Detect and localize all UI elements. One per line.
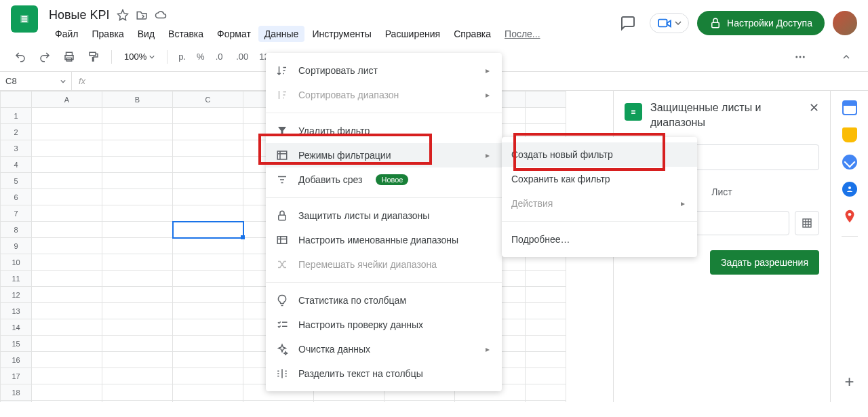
currency-button[interactable]: р. — [176, 52, 189, 62]
cell[interactable] — [102, 238, 173, 254]
cell[interactable] — [102, 157, 173, 173]
collapse-toolbar-icon[interactable] — [835, 46, 857, 68]
cell[interactable] — [102, 254, 173, 271]
cell[interactable] — [173, 108, 243, 124]
cell[interactable] — [102, 384, 173, 401]
cell[interactable] — [102, 352, 173, 368]
cell[interactable] — [173, 173, 243, 189]
print-button[interactable] — [60, 47, 79, 66]
select-all-cell[interactable] — [1, 92, 32, 108]
keep-icon[interactable] — [842, 127, 857, 142]
menu-view[interactable]: Вид — [132, 26, 161, 42]
cell[interactable] — [173, 319, 243, 336]
redo-button[interactable] — [35, 47, 54, 66]
cell[interactable] — [32, 238, 102, 254]
cell[interactable] — [526, 368, 566, 384]
menu-format[interactable]: Формат — [211, 26, 257, 42]
cell[interactable] — [243, 401, 314, 403]
column-stats-item[interactable]: Статистика по столбцам — [266, 288, 502, 313]
cell[interactable] — [526, 303, 566, 319]
row-header[interactable]: 8 — [1, 222, 32, 238]
filter-views-item[interactable]: Режимы фильтрации ▸ — [266, 143, 502, 167]
cell[interactable] — [102, 108, 173, 124]
cell[interactable] — [32, 287, 102, 303]
cell[interactable] — [173, 157, 243, 173]
cell[interactable] — [32, 222, 102, 238]
row-header[interactable]: 1 — [1, 108, 32, 124]
cell[interactable] — [32, 157, 102, 173]
name-box[interactable]: C8 — [0, 72, 72, 90]
cell[interactable] — [102, 140, 173, 157]
move-icon[interactable] — [136, 9, 148, 21]
remove-filter-item[interactable]: Удалить фильтр — [266, 119, 502, 143]
cell[interactable] — [102, 287, 173, 303]
cell[interactable] — [526, 336, 566, 352]
row-header[interactable]: 17 — [1, 368, 32, 384]
cell[interactable] — [32, 303, 102, 319]
close-icon[interactable]: ✕ — [809, 100, 819, 115]
row-header[interactable]: 9 — [1, 238, 32, 254]
undo-button[interactable] — [11, 47, 30, 66]
cell[interactable] — [173, 352, 243, 368]
menu-help[interactable]: Справка — [448, 26, 497, 42]
col-header[interactable]: A — [32, 92, 102, 108]
set-permissions-button[interactable]: Задать разрешения — [710, 250, 819, 275]
cell[interactable] — [102, 205, 173, 222]
cell[interactable] — [102, 189, 173, 205]
cell[interactable] — [102, 124, 173, 140]
cell[interactable] — [102, 271, 173, 287]
row-header[interactable]: 10 — [1, 254, 32, 271]
row-header[interactable]: 6 — [1, 189, 32, 205]
grid-select-icon[interactable] — [795, 211, 819, 235]
row-header[interactable]: 15 — [1, 336, 32, 352]
cloud-icon[interactable] — [155, 9, 167, 21]
cell[interactable] — [173, 140, 243, 157]
cell[interactable] — [32, 189, 102, 205]
cell[interactable] — [102, 222, 173, 238]
protect-item[interactable]: Защитить листы и диапазоны — [266, 203, 502, 228]
menu-insert[interactable]: Вставка — [162, 26, 210, 42]
paint-format-button[interactable] — [84, 47, 103, 66]
cell[interactable] — [526, 319, 566, 336]
cell[interactable] — [102, 303, 173, 319]
cell[interactable] — [314, 401, 384, 403]
menu-tools[interactable]: Инструменты — [306, 26, 377, 42]
col-header[interactable]: C — [173, 92, 243, 108]
cell[interactable] — [32, 140, 102, 157]
cell[interactable] — [32, 352, 102, 368]
cell[interactable] — [32, 401, 102, 403]
save-as-filter-item[interactable]: Сохранить как фильтр — [502, 167, 697, 191]
data-validation-item[interactable]: Настроить проверку данных — [266, 313, 502, 337]
contacts-icon[interactable] — [842, 182, 857, 197]
cell[interactable] — [32, 124, 102, 140]
cell[interactable] — [32, 108, 102, 124]
row-header[interactable]: 7 — [1, 205, 32, 222]
row-header[interactable]: 19 — [1, 401, 32, 403]
menu-data[interactable]: Данные — [258, 26, 305, 42]
cell[interactable] — [173, 271, 243, 287]
maps-icon[interactable] — [842, 209, 857, 224]
create-filter-item[interactable]: Создать новый фильтр — [502, 142, 697, 167]
cell[interactable] — [526, 108, 566, 124]
cell[interactable] — [32, 254, 102, 271]
cell[interactable] — [526, 401, 566, 403]
row-header[interactable]: 16 — [1, 352, 32, 368]
row-header[interactable]: 3 — [1, 140, 32, 157]
sort-sheet-item[interactable]: Сортировать лист ▸ — [266, 58, 502, 83]
menu-extensions[interactable]: Расширения — [379, 26, 446, 42]
cell[interactable] — [173, 189, 243, 205]
menu-file[interactable]: Файл — [49, 26, 84, 42]
tasks-icon[interactable] — [842, 155, 857, 170]
cell[interactable] — [102, 368, 173, 384]
cell[interactable] — [173, 384, 243, 401]
avatar[interactable] — [833, 11, 857, 35]
split-text-item[interactable]: Разделить текст на столбцы — [266, 361, 502, 386]
cell[interactable] — [173, 124, 243, 140]
row-header[interactable]: 14 — [1, 319, 32, 336]
add-addon-icon[interactable]: + — [844, 372, 854, 391]
row-header[interactable]: 4 — [1, 157, 32, 173]
menu-edit[interactable]: Правка — [85, 26, 130, 42]
row-header[interactable]: 13 — [1, 303, 32, 319]
cell[interactable] — [32, 271, 102, 287]
toolbar-more-icon[interactable] — [791, 47, 810, 66]
